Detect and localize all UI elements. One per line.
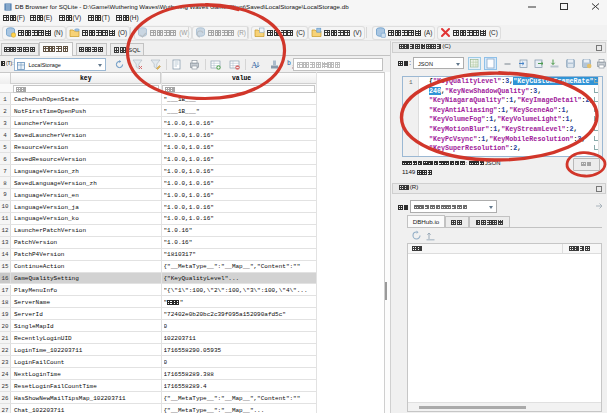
svg-text:A: A: [251, 60, 258, 70]
svg-text:b: b: [287, 59, 291, 67]
